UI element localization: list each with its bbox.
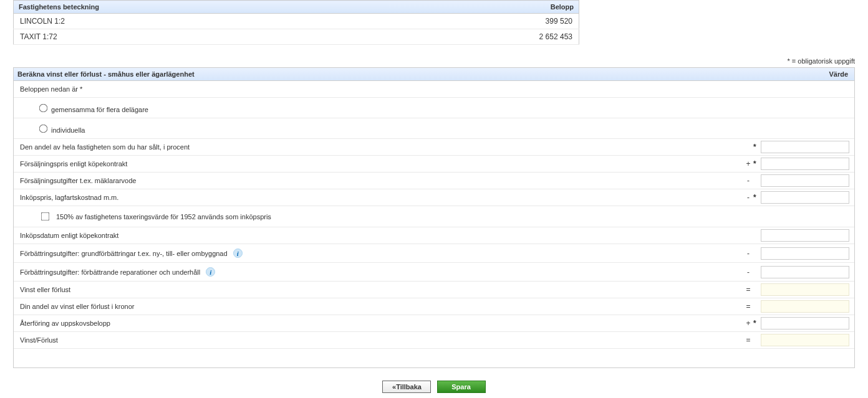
radio-individual-label: individuella xyxy=(51,126,85,134)
label-utgifter: Försäljningsutgifter t.ex. mäklararvode xyxy=(14,173,743,189)
property-header-amount: Belopp xyxy=(388,1,579,14)
save-button[interactable]: Spara xyxy=(437,381,486,393)
calculation-form: Beräkna vinst eller förlust - småhus ell… xyxy=(13,67,855,368)
output-vinst1 xyxy=(761,283,849,296)
input-inkdatum[interactable] xyxy=(761,229,849,242)
amount-type-label: Beloppen nedan är * xyxy=(14,81,743,97)
label-forb2: Förbättringsutgifter: förbättrande repar… xyxy=(14,263,743,281)
label-pris: Försäljningspris enligt köpekontrakt xyxy=(14,156,743,172)
label-aterforing: Återföring av uppskovsbelopp xyxy=(14,315,743,331)
input-forb2[interactable] xyxy=(761,266,849,278)
input-forb1[interactable] xyxy=(761,247,849,260)
checkbox-1952[interactable] xyxy=(41,212,50,221)
radio-shared-row[interactable]: gemensamma för flera delägare xyxy=(14,98,743,118)
form-title: Beräkna vinst eller förlust - småhus ell… xyxy=(14,68,748,80)
back-button[interactable]: «Tillbaka xyxy=(382,381,431,393)
info-icon[interactable]: i xyxy=(233,249,243,258)
radio-shared[interactable] xyxy=(39,104,48,113)
radio-individual[interactable] xyxy=(39,125,48,133)
table-row: LINCOLN 1:2 399 520 xyxy=(14,14,579,29)
label-forb1: Förbättringsutgifter: grundförbättringar… xyxy=(14,244,743,262)
input-andel[interactable] xyxy=(761,141,849,153)
label-vinst1: Vinst eller förlust xyxy=(14,282,743,298)
label-vinst2: Vinst/Förlust xyxy=(14,332,743,348)
label-dinandel: Din andel av vinst eller förlust i krono… xyxy=(14,298,743,315)
checkbox-1952-row[interactable]: 150% av fastighetens taxeringsvärde för … xyxy=(14,206,743,227)
radio-shared-label: gemensamma för flera delägare xyxy=(51,106,148,113)
radio-individual-row[interactable]: individuella xyxy=(14,118,743,138)
info-icon[interactable]: i xyxy=(206,267,215,277)
property-header-name: Fastighetens beteckning xyxy=(14,1,389,14)
input-aterforing[interactable] xyxy=(761,317,849,329)
input-inkop[interactable] xyxy=(761,191,849,204)
property-table: Fastighetens beteckning Belopp LINCOLN 1… xyxy=(13,0,579,45)
form-value-header: Värde xyxy=(748,68,854,80)
checkbox-1952-label: 150% av fastighetens taxeringsvärde för … xyxy=(56,213,271,220)
table-row: TAXIT 1:72 2 652 453 xyxy=(14,29,579,45)
mandatory-note: * = obligatorisk uppgift xyxy=(13,57,855,65)
label-andel: Den andel av hela fastigheten som du har… xyxy=(14,139,743,155)
output-dinandel xyxy=(761,300,849,313)
input-utgifter[interactable] xyxy=(761,174,849,187)
input-pris[interactable] xyxy=(761,158,849,170)
label-inkdatum: Inköpsdatum enligt köpekontrakt xyxy=(14,227,743,244)
label-inkop: Inköpspris, lagfartskostnad m.m. xyxy=(14,189,743,206)
output-vinst2 xyxy=(761,334,849,346)
